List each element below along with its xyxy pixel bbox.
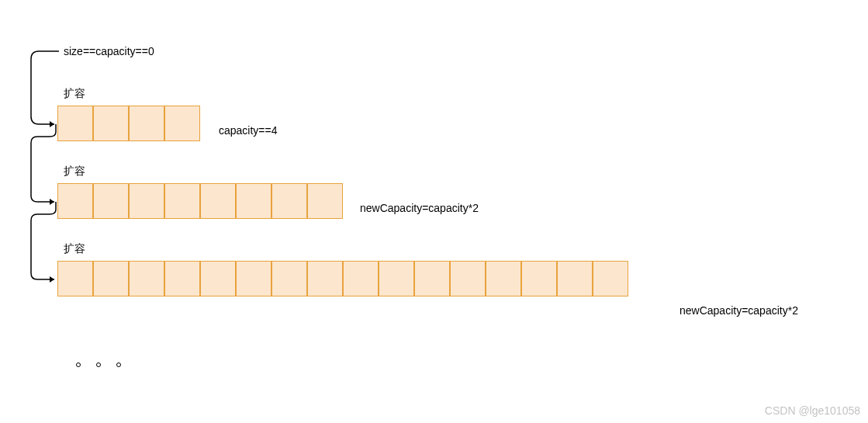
cell — [164, 261, 200, 296]
cell — [593, 261, 628, 296]
dot — [116, 362, 121, 367]
cell — [307, 261, 343, 296]
cell — [486, 261, 521, 296]
cell-row-1 — [57, 106, 200, 141]
stage-1-label: 扩容 — [64, 87, 85, 101]
cell — [379, 261, 414, 296]
cell — [521, 261, 557, 296]
cell — [236, 183, 271, 219]
stage-2-caption: newCapacity=capacity*2 — [360, 202, 479, 214]
cell — [164, 183, 200, 219]
cell-row-3 — [57, 261, 628, 296]
cell-row-2 — [57, 183, 343, 219]
dot — [96, 362, 101, 367]
cell — [200, 183, 236, 219]
cell — [307, 183, 343, 219]
cell — [93, 183, 129, 219]
cell — [271, 261, 307, 296]
stage-3-caption: newCapacity=capacity*2 — [680, 304, 798, 317]
cell — [129, 106, 164, 141]
stage-1-caption: capacity==4 — [219, 124, 278, 137]
cell — [164, 106, 200, 141]
stage-3-label: 扩容 — [64, 242, 85, 256]
cell — [93, 261, 129, 296]
cell — [450, 261, 486, 296]
cell — [129, 183, 164, 219]
cell — [557, 261, 593, 296]
cell — [57, 261, 93, 296]
cell — [271, 183, 307, 219]
cell — [343, 261, 379, 296]
cell — [236, 261, 271, 296]
cell — [93, 106, 129, 141]
cell — [414, 261, 450, 296]
cell — [57, 106, 93, 141]
watermark-text: CSDN @lge101058 — [765, 404, 860, 417]
ellipsis-dots — [76, 362, 121, 367]
cell — [129, 261, 164, 296]
cell — [200, 261, 236, 296]
stage-2-label: 扩容 — [64, 165, 85, 179]
initial-state-text: size==capacity==0 — [64, 45, 154, 57]
cell — [57, 183, 93, 219]
dot — [76, 362, 81, 367]
